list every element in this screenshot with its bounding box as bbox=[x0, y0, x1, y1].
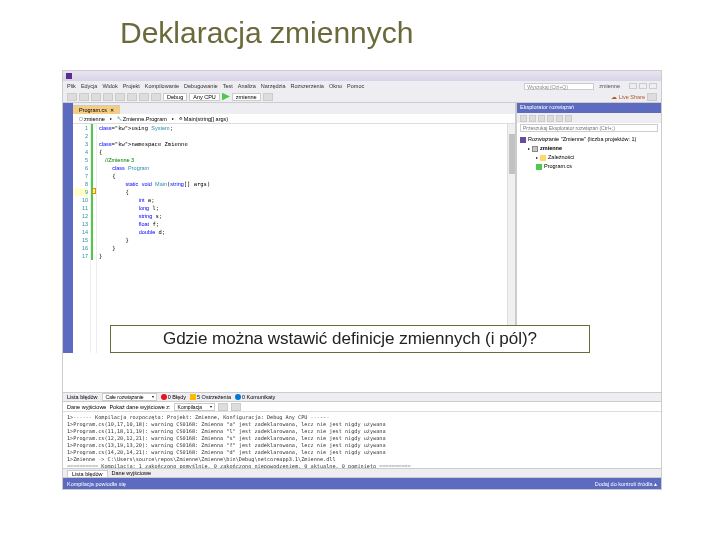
window-controls bbox=[629, 83, 657, 89]
solution-icon bbox=[520, 137, 526, 143]
breadcrumb-method[interactable]: ⚙Main(string[] args) bbox=[176, 115, 231, 123]
close-button[interactable] bbox=[649, 83, 657, 89]
output-text[interactable]: 1>------ Kompilacja rozpoczęta: Projekt:… bbox=[63, 412, 661, 468]
account-icon[interactable] bbox=[647, 93, 657, 101]
warning-icon bbox=[190, 394, 196, 400]
status-text: Kompilacja powiodła się bbox=[67, 481, 126, 487]
live-share-label: Live Share bbox=[619, 94, 645, 100]
menu-edit[interactable]: Edycja bbox=[81, 83, 98, 89]
side-tool-strip[interactable] bbox=[63, 103, 73, 353]
menu-window[interactable]: Okno bbox=[329, 83, 342, 89]
cs-file-icon bbox=[536, 164, 542, 170]
word-wrap-icon[interactable] bbox=[231, 403, 241, 411]
run-target-dropdown[interactable]: zmienne bbox=[232, 93, 261, 101]
slide-callout: Gdzie można wstawić definicje zmiennych … bbox=[110, 325, 590, 353]
nav-fwd-button[interactable] bbox=[79, 93, 89, 101]
tab-label: Program.cs bbox=[79, 107, 107, 113]
explorer-tree: Rozwiązanie "Zmienne" (liczba projektów:… bbox=[517, 133, 661, 353]
step-button[interactable] bbox=[263, 93, 273, 101]
menubar: Plik Edycja Widok Projekt Kompilowanie D… bbox=[63, 81, 661, 91]
menu-debug[interactable]: Debugowanie bbox=[184, 83, 218, 89]
redo-button[interactable] bbox=[151, 93, 161, 101]
line-number-gutter: 1234567891011121314151617 bbox=[73, 124, 91, 353]
explorer-toolbar bbox=[517, 113, 661, 123]
margin bbox=[91, 124, 97, 353]
editor-pane: Program.cs ✕ ▢zmienne ▸ 🔧Zmienne.Program… bbox=[73, 103, 516, 353]
save-button[interactable] bbox=[115, 93, 125, 101]
error-icon bbox=[161, 394, 167, 400]
menu-project[interactable]: Projekt bbox=[123, 83, 140, 89]
platform-dropdown[interactable]: Any CPU bbox=[189, 93, 220, 101]
tree-solution[interactable]: Rozwiązanie "Zmienne" (liczba projektów:… bbox=[520, 135, 658, 144]
run-icon[interactable] bbox=[222, 93, 230, 101]
csproj-icon bbox=[532, 146, 538, 152]
maximize-button[interactable] bbox=[639, 83, 647, 89]
main-area: Program.cs ✕ ▢zmienne ▸ 🔧Zmienne.Program… bbox=[63, 103, 661, 353]
save-all-button[interactable] bbox=[127, 93, 137, 101]
collapse-icon[interactable] bbox=[538, 115, 545, 122]
nav-back-button[interactable] bbox=[67, 93, 77, 101]
clear-output-icon[interactable] bbox=[218, 403, 228, 411]
scope-dropdown[interactable]: Całe rozwiązanie bbox=[102, 393, 157, 401]
error-count-button[interactable]: 0 Błędy bbox=[161, 394, 186, 400]
error-list-header: Lista błędów Całe rozwiązanie 0 Błędy 5 … bbox=[63, 392, 661, 402]
undo-button[interactable] bbox=[139, 93, 149, 101]
minimize-button[interactable] bbox=[629, 83, 637, 89]
scrollbar-thumb[interactable] bbox=[509, 134, 515, 174]
toolbar: Debug Any CPU zmienne ☁ Live Share bbox=[63, 91, 661, 103]
properties-icon[interactable] bbox=[556, 115, 563, 122]
vs-logo-icon bbox=[66, 73, 72, 79]
slide-title: Deklaracja zmiennych bbox=[0, 0, 720, 60]
preview-icon[interactable] bbox=[565, 115, 572, 122]
editor-tabbar: Program.cs ✕ bbox=[73, 103, 515, 114]
breadcrumb: ▢zmienne ▸ 🔧Zmienne.Program ▸ ⚙Main(stri… bbox=[73, 114, 515, 124]
warning-count-button[interactable]: 5 Ostrzeżenia bbox=[190, 394, 231, 400]
info-icon bbox=[235, 394, 241, 400]
menu-file[interactable]: Plik bbox=[67, 83, 76, 89]
output-title: Dane wyjściowe bbox=[67, 404, 106, 410]
code-text[interactable]: class="kw">using System; class="kw">name… bbox=[97, 124, 507, 353]
new-button[interactable] bbox=[91, 93, 101, 101]
lightbulb-icon[interactable] bbox=[92, 188, 96, 194]
show-all-icon[interactable] bbox=[547, 115, 554, 122]
menu-analyze[interactable]: Analiza bbox=[238, 83, 256, 89]
output-source-label: Pokaż dane wyjściowe z: bbox=[109, 404, 170, 410]
tab-output[interactable]: Dane wyjściowe bbox=[112, 470, 151, 476]
bottom-tabstrip: Lista błędów Dane wyjściowe bbox=[63, 468, 661, 478]
search-input[interactable]: Wyszukaj (Ctrl+Q) bbox=[524, 83, 594, 90]
menu-build[interactable]: Kompilowanie bbox=[145, 83, 179, 89]
tree-file-program[interactable]: Program.cs bbox=[520, 162, 658, 171]
explorer-search-input[interactable] bbox=[520, 124, 658, 132]
tab-program-cs[interactable]: Program.cs ✕ bbox=[73, 105, 120, 114]
home-icon[interactable] bbox=[520, 115, 527, 122]
explorer-title: Eksplorator rozwiązań bbox=[517, 103, 661, 113]
source-control-button[interactable]: Dodaj do kontroli źródła ▴ bbox=[595, 481, 657, 487]
tree-project[interactable]: ▸zmienne bbox=[520, 144, 658, 153]
open-button[interactable] bbox=[103, 93, 113, 101]
menu-test[interactable]: Test bbox=[223, 83, 233, 89]
breadcrumb-class[interactable]: 🔧Zmienne.Program bbox=[114, 115, 170, 123]
error-list-title: Lista błędów bbox=[67, 394, 98, 400]
config-dropdown[interactable]: Debug bbox=[163, 93, 187, 101]
statusbar: Kompilacja powiodła się Dodaj do kontrol… bbox=[63, 478, 661, 489]
menu-extensions[interactable]: Rozszerzenia bbox=[291, 83, 324, 89]
tree-dependencies[interactable]: ▸Zależności bbox=[520, 153, 658, 162]
menu-tools[interactable]: Narzędzia bbox=[261, 83, 286, 89]
dependencies-icon bbox=[540, 155, 546, 161]
solution-name-label: zmienne bbox=[599, 83, 620, 89]
refresh-icon[interactable] bbox=[529, 115, 536, 122]
tab-close-icon[interactable]: ✕ bbox=[110, 107, 114, 113]
menu-view[interactable]: Widok bbox=[102, 83, 117, 89]
live-share-button[interactable]: ☁ Live Share bbox=[611, 93, 645, 100]
ide-window: Plik Edycja Widok Projekt Kompilowanie D… bbox=[62, 70, 662, 490]
solution-explorer: Eksplorator rozwiązań Rozwiązanie "Zmien… bbox=[516, 103, 661, 353]
tab-error-list[interactable]: Lista błędów bbox=[67, 470, 108, 477]
message-count-button[interactable]: 0 Komunikaty bbox=[235, 394, 275, 400]
menu-help[interactable]: Pomoc bbox=[347, 83, 364, 89]
breadcrumb-project[interactable]: ▢zmienne bbox=[76, 115, 108, 123]
code-editor[interactable]: 1234567891011121314151617 class="kw">usi… bbox=[73, 124, 515, 353]
vertical-scrollbar[interactable] bbox=[507, 124, 515, 353]
output-source-dropdown[interactable]: Kompilacja bbox=[174, 403, 215, 411]
cloud-icon: ☁ bbox=[611, 93, 617, 100]
output-header: Dane wyjściowe Pokaż dane wyjściowe z: K… bbox=[63, 402, 661, 412]
